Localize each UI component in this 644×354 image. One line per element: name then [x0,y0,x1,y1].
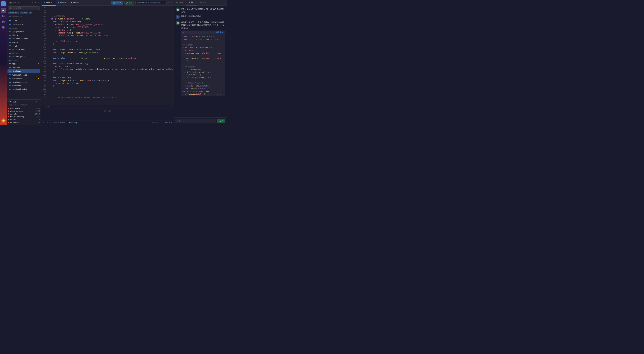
ai-input-area: 发送 [174,117,226,125]
info-icon: ℹ [66,121,67,124]
code-line: 172 const tempFilePath = './temp_audio.m… [41,51,174,54]
list-item-chatsiri[interactable]: TS chatsiri [8,34,40,37]
list-item-ap-api-context[interactable]: TS ap-api-context [8,30,40,33]
tag-laf-public[interactable]: laf公众号 [20,12,28,14]
npm-item-canvas[interactable]: canvas 2.11.2 [8,118,40,121]
code-line: 171 const access_token = await getAccess… [41,48,174,51]
app-logo[interactable]: L [1,1,6,6]
ts-badge: TS [9,74,12,76]
ai-message-bot-2: 🤖 当然可以帮你写一个登录注册函数，根据你提供的背景知识，我可以使用 Laf 框… [176,21,225,96]
share-icon[interactable]: ⬆ [34,1,36,4]
list-item-mj-api[interactable]: TS mj-api [8,59,40,62]
tab-api-debug[interactable]: 接口调试 [174,0,186,6]
list-item-init[interactable]: TS __init__ [8,19,40,23]
user-avatar[interactable]: 😊 [1,118,6,123]
npm-add-icon[interactable]: ＋ [38,100,40,103]
code-line: 183 responseType: 'stream' [41,82,174,85]
expand-console-icon[interactable]: ∨ [171,105,172,108]
tab-label: weixin-... [46,2,54,4]
npm-item-midjourney[interactable]: midjourney 1.1.23 [8,121,40,124]
list-item-checkmjpicstatus[interactable]: TS checkMJPicStatus [8,37,40,41]
npm-version: 1.0.6 [36,116,40,118]
ai-question-input[interactable] [175,119,216,123]
npm-version: 2.11.2 [35,119,40,120]
sidebar: 函数列表 21 🗑 ⬆ ＋ laf-cluade-api laf公众号 laf … [7,0,41,125]
url-display: https://htr4n1.laf.run/weixin-gpt [136,1,166,4]
list-item-laf-dev-exporter[interactable]: TS laf-dev-exporter [8,48,40,51]
npm-item-claude-api-slack[interactable]: claude-api-slack 1.0.28 [8,110,40,112]
collab-button[interactable]: 👥 协作 (1) [111,1,124,5]
tab-chatsiri[interactable]: ◆ chatsiri [56,0,68,6]
code-line: 182 const response = await cloud.fetch.g… [41,79,174,82]
list-item-weixin-util-sealos[interactable]: TS weixin-util-sealos [8,88,40,91]
add-function-icon[interactable]: ＋ [37,1,39,4]
list-item-weixin-gpt[interactable]: TS weixin-gpt ⋯ [8,69,40,73]
copy-code-button[interactable]: 复制 [220,31,223,33]
ts-badge: TS [9,81,12,83]
list-item-ai-api[interactable]: TS ai-api [8,26,40,30]
user-message-text: 帮我写一个登录注册函数 [181,15,225,18]
ai-message-bot-1: 🤖 你好，我是 Laf AI 开发助理，请问有什么可以帮助您的吗？ [176,8,225,13]
tab-weixin-gpt[interactable]: ◆ weixin-... [42,0,56,6]
npm-item-async-mutex[interactable]: async-mutex 0.4.0 [8,107,40,110]
ts-badge: TS [9,49,12,50]
bot-avatar: 🤖 [176,21,180,25]
svg-point-2 [2,15,4,16]
code-editor[interactable]: 156 157 158 159 // [41,6,174,105]
publish-button[interactable]: 🚀 发布 [124,1,134,5]
settings-icon[interactable]: ⚙ [43,121,44,124]
code-line: 185 [41,88,174,90]
modified-indicator [38,63,39,64]
icon-bar: L 😊 [0,0,7,125]
code-line: 175 [41,60,174,62]
use-code-button[interactable]: 使用 [216,31,219,33]
external-link-icon[interactable]: ↗ [170,2,172,4]
list-item-deldb[interactable]: TS delDB [8,44,40,48]
tab-laf-pilot[interactable]: Laf Pilot [186,0,197,6]
functions-list-label: 函数列表 [9,2,16,4]
npm-name: aws-sdk [10,113,33,115]
current-app-label: 当前应用: others [52,121,65,124]
function-name: add-whiteList [12,23,24,26]
npm-item-aws-sdk[interactable]: aws-sdk 2.1374.0 [8,112,40,115]
list-item-laf-run-exporter[interactable]: TS laf-run-exporter [8,55,40,58]
sidebar-item-functions[interactable] [1,8,6,13]
list-item-weixin-gpt-sealos[interactable]: TS weixin-gpt-sealos [8,73,40,77]
ai-send-button[interactable]: 发送 [217,119,225,123]
console-body: 暂无信息 [41,108,174,114]
sidebar-item-storage[interactable] [1,19,6,24]
resource-monitor-label[interactable]: 资源监控 [152,121,158,124]
list-item-weixin-meau[interactable]: TS weixin-meau [8,77,40,80]
more-icon[interactable]: ⋯ [36,70,39,72]
change-config-link[interactable]: 变更配置 [165,121,172,124]
tag-laf[interactable]: laf [29,12,32,14]
code-line: 174 console.log('------------token------… [41,57,174,60]
code-area[interactable]: 156 157 158 159 // [41,6,174,105]
code-line: 158 [41,12,174,15]
list-item-weixin-menu-sealos[interactable]: TS weixin-menu-sealos [8,80,40,84]
status-bar-left: ⚙ En ☀ 当前应用: others ℹ Running [43,121,77,124]
tab-history[interactable]: 历史版本 [197,0,208,6]
list-item-laf-gpt[interactable]: TS laf-gpt [8,51,40,55]
tag-laf-claude[interactable]: laf-cluade-api [8,12,19,14]
list-item-add-whitelist[interactable]: TS add-whiteList [8,23,40,26]
list-item-weixin-util[interactable]: TS weixin-util [8,84,40,87]
tab-unlock[interactable]: 🔒 Unlock [69,0,81,6]
code-block-header: ts 使用 复制 [181,31,225,34]
code-line: 170 [41,46,174,48]
list-item-claude[interactable]: TS claude [8,41,40,44]
sidebar-item-database[interactable] [1,14,6,19]
console-panel: Console ∨ 暂无信息 [41,105,174,120]
delete-icon[interactable]: 🗑 [31,1,34,4]
npm-item-fast-text-encoding[interactable]: fast-text-encoding 1.0.6 [8,115,40,118]
copy-icon[interactable]: ⧉ [168,2,169,4]
npm-edit-icon[interactable]: ✎ [35,100,37,103]
lang-indicator[interactable]: En [46,122,48,124]
list-item-test-mp3[interactable]: TS test-mp3 [8,66,40,69]
function-name: test [12,63,16,65]
search-input[interactable] [8,7,40,10]
list-item-test[interactable]: TS test [8,62,40,66]
bot-avatar: 🤖 [176,8,180,12]
sidebar-item-logs[interactable] [1,25,6,30]
status-text: Running [70,122,77,124]
